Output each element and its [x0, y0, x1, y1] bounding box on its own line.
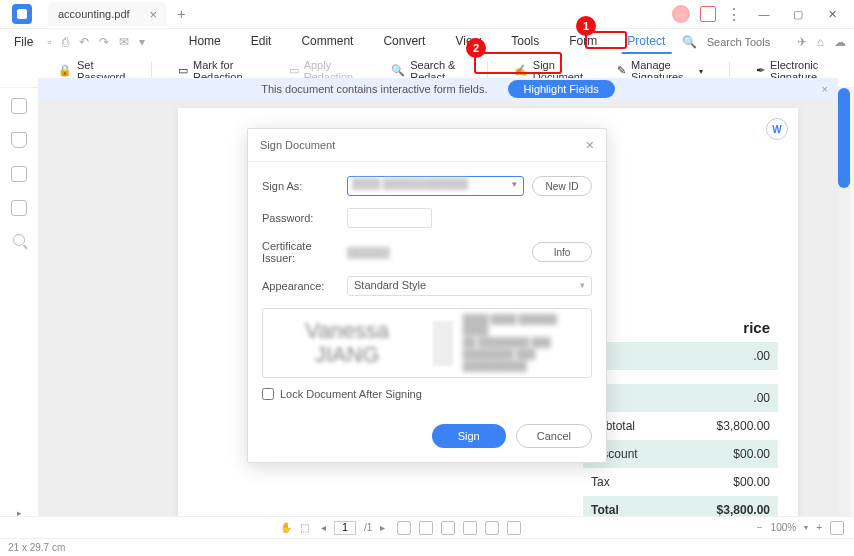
- user-avatar[interactable]: [672, 5, 690, 23]
- layout-single-icon[interactable]: [397, 521, 411, 535]
- appearance-select[interactable]: Standard Style: [347, 276, 592, 296]
- invoice-col-price: rice: [583, 313, 778, 342]
- menu-comment[interactable]: Comment: [295, 30, 359, 54]
- zoom-level: 100%: [771, 522, 797, 533]
- maximize-button[interactable]: ▢: [786, 2, 810, 26]
- password-input[interactable]: [347, 208, 432, 228]
- signature-preview: Vanessa JIANG ████ ████ ██████ ██████ ██…: [262, 308, 592, 378]
- thumbnail-panel-icon[interactable]: [11, 98, 27, 114]
- zoom-dropdown-icon[interactable]: ▾: [804, 523, 808, 532]
- cert-issuer-value: ██████: [347, 247, 390, 258]
- page-total: /1: [364, 522, 372, 533]
- cloud-icon[interactable]: ☁: [834, 35, 846, 49]
- dialog-close-icon[interactable]: ×: [586, 137, 594, 153]
- bookmark-panel-icon[interactable]: [11, 132, 27, 148]
- menu-home[interactable]: Home: [183, 30, 227, 54]
- menu-edit[interactable]: Edit: [245, 30, 278, 54]
- esign-icon: ✒: [756, 64, 765, 78]
- print-icon[interactable]: ⎙: [62, 35, 69, 49]
- bottom-toolbar: ✋ ⬚ ◂ /1 ▸ − 100% ▾ +: [0, 516, 854, 538]
- kebab-menu-icon[interactable]: ⋮: [726, 5, 742, 24]
- layout-facing-icon[interactable]: [441, 521, 455, 535]
- sign-button[interactable]: Sign: [432, 424, 506, 448]
- banner-close-icon[interactable]: ×: [822, 83, 828, 95]
- table-row: .00: [583, 384, 778, 412]
- table-row-discount: Discount$00.00: [583, 440, 778, 468]
- undo-icon[interactable]: ↶: [79, 35, 89, 49]
- table-row: [583, 370, 778, 384]
- menu-convert[interactable]: Convert: [377, 30, 431, 54]
- left-panel: ▸: [0, 88, 38, 538]
- redact-apply-icon: ▭: [289, 64, 299, 78]
- convert-to-word-badge[interactable]: W: [766, 118, 788, 140]
- search-redact-icon: 🔍: [391, 64, 405, 78]
- layout-book-icon[interactable]: [485, 521, 499, 535]
- search-tools-input[interactable]: [707, 36, 787, 48]
- appearance-label: Appearance:: [262, 280, 347, 292]
- save-icon[interactable]: ▫: [47, 35, 51, 49]
- app-logo: [12, 4, 32, 24]
- table-row-tax: Tax$00.00: [583, 468, 778, 496]
- page-dimensions: 21 x 29.7 cm: [8, 542, 65, 553]
- minimize-button[interactable]: —: [752, 2, 776, 26]
- page-number-input[interactable]: [334, 521, 356, 535]
- home-icon[interactable]: ⌂: [817, 35, 824, 49]
- chevron-down-icon: ▾: [699, 67, 703, 76]
- fit-page-icon[interactable]: [830, 521, 844, 535]
- preview-signer-name: Vanessa JIANG: [271, 319, 423, 367]
- manage-sig-icon: ✎: [617, 64, 626, 78]
- next-page-icon[interactable]: ▸: [380, 522, 385, 533]
- sign-as-label: Sign As:: [262, 180, 347, 192]
- lock-after-signing-checkbox[interactable]: Lock Document After Signing: [262, 388, 592, 400]
- lock-icon: 🔒: [58, 64, 72, 78]
- new-id-button[interactable]: New ID: [532, 176, 592, 196]
- zoom-in-icon[interactable]: +: [816, 522, 822, 533]
- send-icon[interactable]: ✈: [797, 35, 807, 49]
- layout-read-icon[interactable]: [507, 521, 521, 535]
- prev-page-icon[interactable]: ◂: [321, 522, 326, 533]
- search-icon[interactable]: 🔍: [682, 35, 697, 49]
- redo-icon[interactable]: ↷: [99, 35, 109, 49]
- zoom-out-icon[interactable]: −: [757, 522, 763, 533]
- qat-dropdown-icon[interactable]: ▾: [139, 35, 145, 49]
- cancel-button[interactable]: Cancel: [516, 424, 592, 448]
- titlebar: accounting.pdf × + ⋮ — ▢ ✕: [0, 0, 854, 29]
- search-panel-icon[interactable]: [13, 234, 25, 246]
- lock-checkbox-input[interactable]: [262, 388, 274, 400]
- dialog-title: Sign Document: [260, 139, 335, 151]
- sign-document-dialog: Sign Document × Sign As: ████ ██████████…: [247, 128, 607, 463]
- preview-details: ████ ████ ██████ ██████ ████████ ███████…: [463, 314, 583, 372]
- mail-icon[interactable]: ✉: [119, 35, 129, 49]
- sign-as-select[interactable]: ████ ████████████: [347, 176, 524, 196]
- scrollbar-vertical[interactable]: [838, 88, 850, 516]
- tab-close-icon[interactable]: ×: [150, 7, 158, 22]
- comment-panel-icon[interactable]: [11, 166, 27, 182]
- info-button[interactable]: Info: [532, 242, 592, 262]
- close-button[interactable]: ✕: [820, 2, 844, 26]
- layout-continuous-icon[interactable]: [419, 521, 433, 535]
- attachment-panel-icon[interactable]: [11, 200, 27, 216]
- document-tab[interactable]: accounting.pdf ×: [48, 2, 167, 26]
- signature-icon: ✍: [514, 64, 528, 78]
- preview-divider: [433, 321, 453, 366]
- invoice-table: rice .00 .00 Subtotal$3,800.00 Discount$…: [583, 313, 778, 524]
- layout-cover-icon[interactable]: [463, 521, 477, 535]
- menu-protect[interactable]: Protect: [621, 30, 671, 54]
- dialog-titlebar: Sign Document ×: [248, 129, 606, 162]
- hand-tool-icon[interactable]: ✋: [280, 522, 292, 533]
- redact-mark-icon: ▭: [178, 64, 188, 78]
- statusbar: 21 x 29.7 cm: [0, 538, 854, 556]
- form-fields-banner: This document contains interactive form …: [38, 78, 838, 100]
- password-label: Password:: [262, 212, 347, 224]
- table-row: .00: [583, 342, 778, 370]
- menu-tools[interactable]: Tools: [505, 30, 545, 54]
- select-tool-icon[interactable]: ⬚: [300, 522, 309, 533]
- table-row-subtotal: Subtotal$3,800.00: [583, 412, 778, 440]
- tab-title: accounting.pdf: [58, 8, 130, 20]
- file-menu[interactable]: File: [8, 31, 39, 53]
- add-tab-icon[interactable]: +: [177, 6, 185, 22]
- notification-icon[interactable]: [700, 6, 716, 22]
- highlight-fields-button[interactable]: Highlight Fields: [508, 80, 615, 98]
- lock-checkbox-label: Lock Document After Signing: [280, 388, 422, 400]
- callout-badge-2: 2: [466, 38, 486, 58]
